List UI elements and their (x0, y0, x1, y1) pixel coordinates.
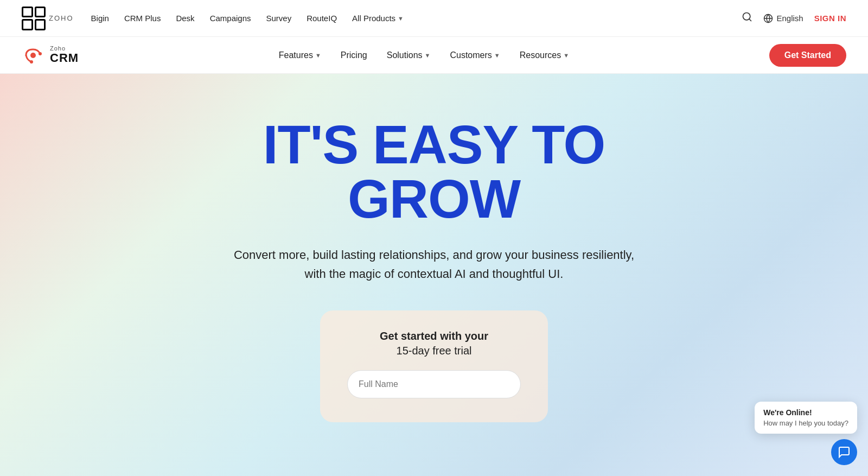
crm-nav-resources[interactable]: Resources ▼ (520, 50, 569, 60)
nav-link-crm-plus[interactable]: CRM Plus (124, 14, 161, 23)
hero-headline: IT'S EASY TO GROW (263, 117, 605, 226)
crm-nav-customers[interactable]: Customers ▼ (450, 50, 500, 60)
chat-bubble: We're Online! How may I help you today? (755, 402, 857, 434)
svg-point-4 (30, 53, 36, 58)
crm-logo[interactable]: Zoho CRM (22, 44, 79, 67)
top-navigation: ZOHO Bigin CRM Plus Desk Campaigns Surve… (0, 0, 868, 37)
zoho-logo-squares (22, 7, 46, 30)
zoho-wordmark: ZOHO (49, 14, 74, 22)
nav-link-desk[interactable]: Desk (176, 14, 194, 23)
search-icon[interactable] (742, 11, 752, 25)
crm-navigation: Zoho CRM Features ▼ Pricing Solutions ▼ … (0, 37, 868, 74)
nav-link-survey[interactable]: Survey (266, 14, 292, 23)
top-nav-links: Bigin CRM Plus Desk Campaigns Survey Rou… (91, 14, 404, 23)
signup-card-title: Get started with your (346, 330, 522, 342)
chat-help-label: How may I help you today? (763, 419, 848, 427)
resources-chevron-icon: ▼ (563, 52, 569, 59)
all-products-button[interactable]: All Products ▼ (352, 14, 404, 23)
hero-section: IT'S EASY TO GROW Convert more, build la… (0, 74, 868, 476)
features-chevron-icon: ▼ (315, 52, 321, 59)
svg-point-6 (30, 60, 33, 64)
fullname-input[interactable] (347, 370, 521, 398)
svg-point-5 (39, 52, 42, 55)
crm-nav-pricing[interactable]: Pricing (341, 50, 367, 60)
signup-card-subtitle: 15-day free trial (346, 345, 522, 357)
crm-logo-icon (22, 44, 44, 67)
top-nav-right: English SIGN IN (742, 11, 846, 25)
crm-nav-features[interactable]: Features ▼ (279, 50, 321, 60)
crm-nav-links: Features ▼ Pricing Solutions ▼ Customers… (279, 50, 569, 60)
customers-chevron-icon: ▼ (494, 52, 500, 59)
crm-nav-solutions[interactable]: Solutions ▼ (387, 50, 431, 60)
solutions-chevron-icon: ▼ (425, 52, 431, 59)
svg-line-1 (749, 19, 751, 21)
logo-sq-red (22, 7, 33, 18)
sign-in-button[interactable]: SIGN IN (814, 14, 846, 23)
signup-card: Get started with your 15-day free trial (320, 310, 548, 422)
chat-avatar-button[interactable] (831, 439, 857, 465)
logo-sq-green (35, 7, 46, 18)
chat-widget: We're Online! How may I help you today? (755, 402, 857, 465)
nav-link-campaigns[interactable]: Campaigns (210, 14, 251, 23)
hero-subtext: Convert more, build lasting relationship… (234, 245, 634, 283)
chat-online-label: We're Online! (763, 408, 848, 417)
nav-link-routeiq[interactable]: RouteIQ (307, 14, 337, 23)
top-nav-left: ZOHO Bigin CRM Plus Desk Campaigns Surve… (22, 7, 404, 30)
crm-logo-text: Zoho CRM (50, 45, 79, 65)
nav-link-bigin[interactable]: Bigin (91, 14, 109, 23)
language-selector[interactable]: English (763, 14, 803, 23)
logo-sq-yellow (35, 19, 46, 30)
zoho-logo[interactable]: ZOHO (22, 7, 74, 30)
chevron-down-icon: ▼ (398, 15, 404, 22)
logo-sq-blue (22, 19, 33, 30)
get-started-button[interactable]: Get Started (769, 44, 846, 67)
